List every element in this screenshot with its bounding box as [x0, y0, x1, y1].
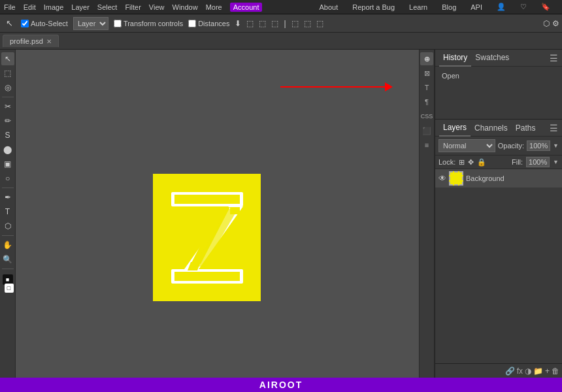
history-item-open[interactable]: Open [439, 71, 558, 81]
dodge-tool[interactable]: ○ [1, 172, 14, 185]
distances-checkbox[interactable] [188, 20, 196, 27]
select-tool[interactable]: ⬚ [1, 67, 14, 80]
options-bar: ↖ Auto-Select Layer Transform controls D… [0, 14, 562, 33]
arrange-icon[interactable]: ⬡ [543, 19, 550, 28]
swatches-panel-icon[interactable]: ⊠ [420, 67, 433, 80]
svg-rect-7 [174, 272, 240, 281]
brand-label: AIROOT [259, 380, 303, 390]
history-panel-content: Open [435, 67, 562, 119]
lock-all-icon[interactable]: 🔒 [477, 158, 486, 167]
main-layout: ↖ ⬚ ◎ ✂ ✏ S ⬤ ▣ ○ ✒ T ⬡ ✋ 🔍 ■ □ [0, 50, 562, 378]
new-group-button[interactable]: 📁 [533, 367, 543, 376]
opacity-arrow-icon[interactable]: ▼ [553, 142, 559, 149]
delete-layer-button[interactable]: 🗑 [552, 367, 559, 376]
menu-learn[interactable]: Learn [409, 3, 427, 11]
tab-history[interactable]: History [439, 50, 471, 67]
layers-panel-header: Layers Channels Paths ☰ [435, 120, 562, 137]
add-style-button[interactable]: fx [517, 367, 523, 376]
blend-mode-select[interactable]: Normal [438, 139, 495, 152]
menu-about[interactable]: About [320, 3, 339, 11]
layers-panel-menu-button[interactable]: ☰ [550, 123, 558, 133]
layers-panel-bottom: 🔗 fx ◑ 📁 + 🗑 [435, 363, 562, 378]
history-panel: History Swatches ☰ Open [435, 50, 562, 120]
layers-panel: Layers Channels Paths ☰ Normal Opacity: … [435, 120, 562, 378]
menu-view[interactable]: View [149, 3, 165, 11]
bookmark-icon[interactable]: 🔖 [541, 3, 550, 11]
tab-swatches[interactable]: Swatches [471, 50, 513, 67]
pen-tool[interactable]: ✒ [1, 191, 14, 204]
hand-tool[interactable]: ✋ [1, 238, 14, 252]
toolbar-divider-3 [2, 235, 14, 236]
image-panel-icon[interactable]: ⬛ [420, 124, 433, 137]
menu-window[interactable]: Window [173, 3, 198, 11]
clone-tool[interactable]: S [1, 129, 14, 142]
link-layers-button[interactable]: 🔗 [505, 367, 515, 376]
heart-icon[interactable]: ♡ [520, 3, 527, 11]
menu-file[interactable]: File [4, 3, 16, 11]
lock-position-icon[interactable]: ✥ [468, 158, 474, 167]
lock-pixels-icon[interactable]: ⊞ [459, 158, 465, 167]
svg-rect-3 [174, 195, 240, 204]
menu-layer[interactable]: Layer [71, 3, 90, 11]
layer-visibility-icon[interactable]: 👁 [438, 174, 446, 183]
align-mid-icon[interactable]: ⬚ [304, 19, 311, 28]
menu-image[interactable]: Image [44, 3, 64, 11]
layer-list: 👁 Background [435, 169, 562, 363]
text-tool[interactable]: T [1, 205, 14, 218]
artwork-canvas [153, 174, 261, 301]
download-icon[interactable]: ⬇ [235, 19, 241, 28]
auto-select-checkbox[interactable] [21, 20, 29, 27]
add-mask-button[interactable]: ◑ [525, 367, 531, 376]
tab-layers[interactable]: Layers [439, 120, 471, 137]
text-panel-icon[interactable]: T [420, 81, 433, 94]
tab-channels[interactable]: Channels [471, 120, 512, 137]
menu-account[interactable]: Account [230, 3, 263, 12]
history-panel-menu-button[interactable]: ☰ [550, 53, 558, 63]
menu-edit[interactable]: Edit [24, 3, 36, 11]
menu-reportbug[interactable]: Report a Bug [352, 3, 395, 11]
transform-controls-checkbox[interactable] [114, 20, 122, 27]
menu-filter[interactable]: Filter [125, 3, 140, 11]
tab-paths[interactable]: Paths [512, 120, 540, 137]
right-panel: History Swatches ☰ Open Layers Channels … [435, 50, 562, 378]
fill-label: Fill: [512, 158, 523, 166]
paragraph-panel-icon[interactable]: ¶ [420, 95, 433, 108]
gradient-tool[interactable]: ▣ [1, 157, 14, 171]
menu-api[interactable]: API [471, 3, 482, 11]
menu-blog[interactable]: Blog [442, 3, 456, 11]
user-icon[interactable]: 👤 [497, 3, 506, 11]
menu-bar: File Edit Image Layer Select Filter View… [0, 0, 562, 14]
align-spacer: | [284, 19, 286, 28]
tab-close-button[interactable]: ✕ [46, 38, 52, 45]
arrow-line [280, 86, 385, 88]
settings-icon[interactable]: ⚙ [552, 19, 559, 28]
background-color[interactable]: □ [5, 284, 14, 293]
eraser-tool[interactable]: ⬤ [1, 143, 14, 156]
left-toolbar: ↖ ⬚ ◎ ✂ ✏ S ⬤ ▣ ○ ✒ T ⬡ ✋ 🔍 ■ □ [0, 50, 16, 378]
lasso-tool[interactable]: ◎ [1, 81, 14, 94]
align-bottom-icon[interactable]: ⬚ [316, 19, 323, 28]
menu-more[interactable]: More [206, 3, 222, 11]
crop-tool[interactable]: ✂ [1, 100, 14, 113]
menu-select[interactable]: Select [97, 3, 118, 11]
layer-name: Background [466, 174, 504, 182]
fill-arrow-icon[interactable]: ▼ [553, 159, 559, 165]
css-panel-icon[interactable]: CSS [420, 110, 433, 123]
shape-tool[interactable]: ⬡ [1, 220, 14, 233]
align-right-icon[interactable]: ⬚ [271, 19, 278, 28]
auto-select-label: Auto-Select [21, 20, 68, 27]
brush-tool[interactable]: ✏ [1, 114, 14, 127]
align-left-icon[interactable]: ⬚ [246, 19, 254, 28]
history-panel-icon[interactable]: ⊕ [420, 52, 433, 65]
tab-profile-psd[interactable]: profile.psd ✕ [3, 35, 59, 47]
new-layer-button[interactable]: + [545, 367, 550, 376]
move-tool[interactable]: ↖ [1, 52, 14, 65]
layer-item-background[interactable]: 👁 Background [435, 169, 562, 188]
auto-select-dropdown[interactable]: Layer [73, 17, 108, 30]
align-top-icon[interactable]: ⬚ [291, 19, 299, 28]
canvas-content [16, 50, 419, 378]
zoom-tool[interactable]: 🔍 [1, 253, 14, 266]
align-center-icon[interactable]: ⬚ [259, 19, 266, 28]
menu-panel-icon[interactable]: ≡ [420, 139, 433, 152]
layer-thumbnail [449, 171, 463, 186]
